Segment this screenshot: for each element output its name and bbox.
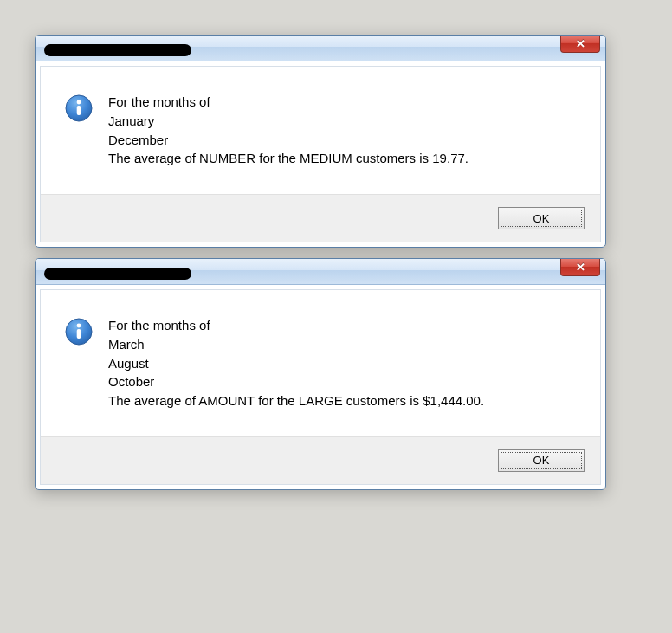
button-row: OK [41, 436, 600, 484]
message-dialog: ✕ For the months of [35, 35, 606, 248]
close-button[interactable]: ✕ [560, 259, 600, 276]
title-redacted [44, 268, 191, 280]
ok-button[interactable]: OK [498, 449, 585, 472]
svg-point-1 [77, 100, 81, 105]
button-row: OK [41, 194, 600, 242]
titlebar[interactable]: ✕ [36, 36, 605, 61]
close-icon: ✕ [576, 37, 585, 50]
dialog-content: For the months of March August October T… [41, 290, 600, 436]
titlebar[interactable]: ✕ [36, 259, 605, 285]
svg-rect-5 [77, 329, 81, 339]
svg-rect-2 [77, 106, 81, 115]
svg-point-4 [77, 324, 81, 328]
title-redacted [44, 44, 191, 56]
ok-button[interactable]: OK [498, 207, 585, 229]
dialog-inner: For the months of March August October T… [40, 289, 601, 485]
close-icon: ✕ [576, 261, 585, 274]
message-text: For the months of March August October T… [108, 316, 583, 410]
message-dialog: ✕ For the months of [35, 258, 606, 490]
message-text: For the months of January December The a… [108, 93, 583, 168]
dialog-inner: For the months of January December The a… [40, 66, 601, 242]
info-icon [65, 94, 93, 122]
close-button[interactable]: ✕ [560, 36, 600, 53]
dialog-content: For the months of January December The a… [41, 67, 600, 194]
info-icon [65, 318, 93, 346]
